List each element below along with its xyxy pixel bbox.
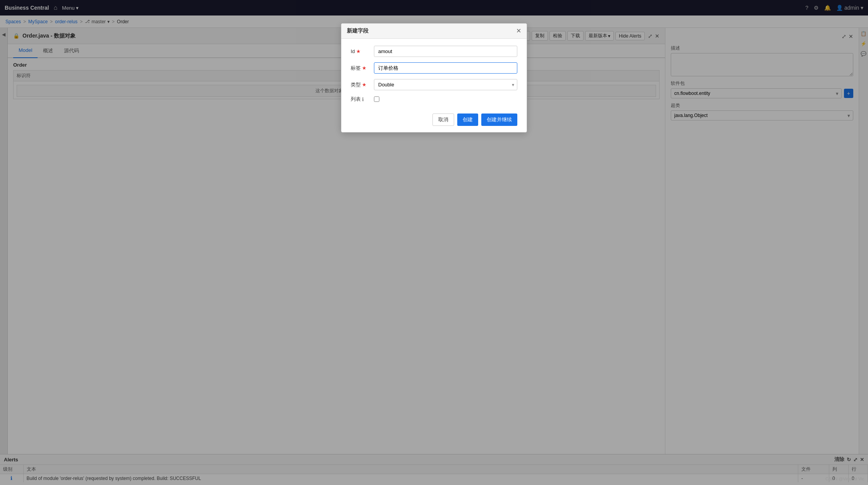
dialog-label-input[interactable] xyxy=(374,62,517,74)
dialog-type-field: 类型 ★ Double String Integer Long Boolean … xyxy=(351,79,517,90)
dialog-id-label: Id ★ xyxy=(351,48,374,54)
dialog-close-icon[interactable]: ✕ xyxy=(516,28,521,34)
cancel-button[interactable]: 取消 xyxy=(432,114,454,126)
dialog-list-checkbox-wrap xyxy=(374,96,379,102)
dialog-label-field: 标签 ★ xyxy=(351,62,517,74)
modal-overlay[interactable]: 新建字段 ✕ Id ★ 标签 ★ xyxy=(0,0,868,485)
dialog-type-select[interactable]: Double String Integer Long Boolean Date … xyxy=(374,79,517,90)
watermark: CSDN @Vincent Vic xyxy=(825,476,864,481)
create-continue-button[interactable]: 创建并继续 xyxy=(481,114,517,126)
dialog-type-select-wrap: Double String Integer Long Boolean Date … xyxy=(374,79,517,90)
dialog-header: 新建字段 ✕ xyxy=(341,24,527,39)
id-required-star: ★ xyxy=(356,48,361,54)
new-field-dialog: 新建字段 ✕ Id ★ 标签 ★ xyxy=(341,23,527,132)
dialog-label-label: 标签 ★ xyxy=(351,65,374,72)
list-info-icon[interactable]: ℹ xyxy=(362,96,364,102)
dialog-list-checkbox[interactable] xyxy=(374,96,379,102)
label-required-star: ★ xyxy=(362,65,367,71)
dialog-body: Id ★ 标签 ★ 类型 ★ xyxy=(341,39,527,110)
dialog-list-label: 列表 ℹ xyxy=(351,96,374,103)
dialog-footer: 取消 创建 创建并继续 xyxy=(341,110,527,132)
type-required-star: ★ xyxy=(362,82,367,88)
dialog-type-label: 类型 ★ xyxy=(351,81,374,88)
dialog-title: 新建字段 xyxy=(347,28,369,34)
dialog-list-field: 列表 ℹ xyxy=(351,96,517,103)
dialog-id-input[interactable] xyxy=(374,46,517,57)
dialog-id-field: Id ★ xyxy=(351,46,517,57)
create-button[interactable]: 创建 xyxy=(457,114,478,126)
